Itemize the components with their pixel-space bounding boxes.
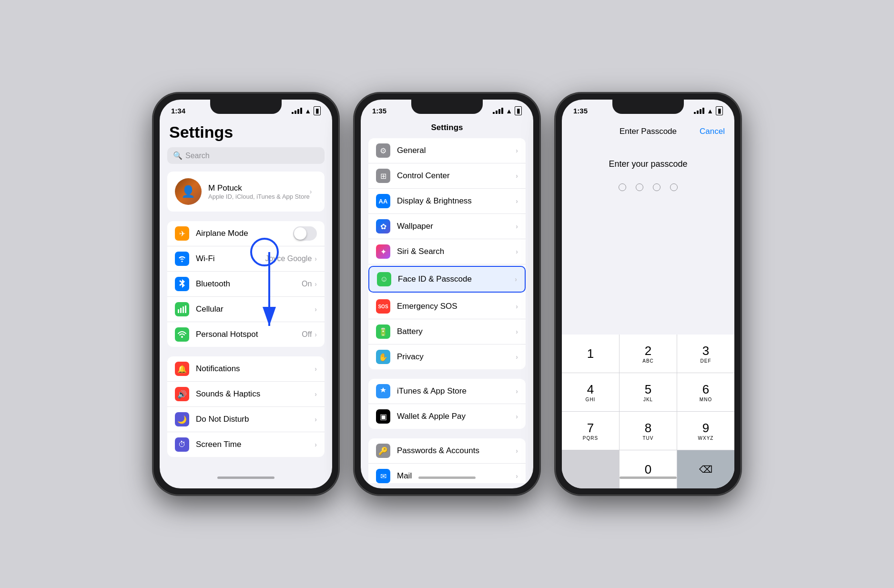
notifications-icon: 🔔 (175, 362, 189, 376)
airplane-toggle[interactable] (293, 226, 317, 241)
status-icons-3: ▲ ▮ (694, 106, 723, 115)
search-bar-1[interactable]: 🔍 Search (167, 147, 325, 164)
screentime-row[interactable]: ⏱ Screen Time › (167, 432, 325, 457)
cellular-row[interactable]: Cellular › (167, 297, 325, 322)
controlcenter-row[interactable]: ⊞ Control Center › (368, 163, 526, 189)
general-label: General (397, 146, 516, 155)
mail-icon: ✉ (376, 469, 390, 483)
battery-row[interactable]: 🔋 Battery › (368, 319, 526, 345)
signal-icon-3 (694, 108, 704, 114)
phone-1-screen: 1:34 ▲ ▮ Settings 🔍 Search (160, 100, 332, 488)
key-3[interactable]: 3 DEF (677, 335, 734, 373)
phone-1: 1:34 ▲ ▮ Settings 🔍 Search (153, 93, 339, 495)
siri-label: Siri & Search (397, 247, 516, 256)
cellular-icon (175, 302, 189, 316)
time-1: 1:34 (171, 107, 185, 115)
profile-row[interactable]: 👤 M Potuck Apple ID, iCloud, iTunes & Ap… (167, 172, 325, 212)
svg-rect-3 (185, 305, 186, 313)
appstore-label: iTunes & App Store (397, 386, 516, 396)
screentime-chevron: › (315, 441, 317, 448)
key-0[interactable]: 0 (620, 450, 677, 488)
bluetooth-label: Bluetooth (196, 279, 302, 289)
settings-screen-1[interactable]: Settings 🔍 Search 👤 M Potuck Apple ID, i… (160, 119, 332, 483)
page-title-1: Settings (160, 119, 332, 147)
wifi-chevron: › (315, 255, 317, 263)
siri-row[interactable]: ✦ Siri & Search › (368, 239, 526, 264)
battery-icon-3: ▮ (716, 106, 723, 115)
wallet-label: Wallet & Apple Pay (397, 412, 516, 421)
wallet-chevron: › (516, 413, 518, 420)
cancel-button[interactable]: Cancel (696, 127, 725, 136)
bluetooth-chevron: › (315, 280, 317, 288)
hotspot-row[interactable]: Personal Hotspot Off › (167, 322, 325, 347)
wallet-row[interactable]: ▣ Wallet & Apple Pay › (368, 404, 526, 429)
wallpaper-chevron: › (516, 223, 518, 230)
search-icon: 🔍 (173, 151, 183, 160)
search-placeholder: Search (185, 152, 210, 160)
mail-chevron: › (516, 472, 518, 480)
emergencysos-chevron: › (516, 303, 518, 310)
faceid-chevron: › (515, 275, 517, 283)
dnd-label: Do Not Disturb (196, 415, 315, 424)
mail-row[interactable]: ✉ Mail › (368, 464, 526, 483)
svg-rect-0 (178, 309, 179, 313)
dnd-icon: 🌙 (175, 412, 189, 426)
notifications-row[interactable]: 🔔 Notifications › (167, 356, 325, 382)
privacy-icon: ✋ (376, 350, 390, 364)
profile-chevron: › (310, 188, 312, 195)
phone-3-screen: 1:35 ▲ ▮ Enter Passcode Cancel Enter you… (562, 100, 734, 488)
sounds-row[interactable]: 🔊 Sounds & Haptics › (167, 382, 325, 407)
key-1[interactable]: 1 (562, 335, 619, 373)
time-3: 1:35 (573, 107, 588, 115)
privacy-chevron: › (516, 353, 518, 361)
appstore-chevron: › (516, 387, 518, 395)
emergencysos-icon: SOS (376, 299, 390, 314)
general-icon: ⚙ (376, 143, 390, 158)
notch-3 (612, 100, 684, 114)
avatar: 👤 (175, 178, 202, 205)
privacy-row[interactable]: ✋ Privacy › (368, 345, 526, 369)
passwords-row[interactable]: 🔑 Passwords & Accounts › (368, 438, 526, 464)
profile-group: 👤 M Potuck Apple ID, iCloud, iTunes & Ap… (167, 172, 325, 212)
dot-1 (619, 183, 626, 191)
key-4[interactable]: 4 GHI (562, 373, 619, 411)
wifi-icon: ▲ (305, 107, 311, 115)
display-icon: AA (376, 194, 390, 208)
bluetooth-row[interactable]: Bluetooth On › (167, 272, 325, 297)
airplane-mode-row[interactable]: ✈ Airplane Mode (167, 221, 325, 246)
airplane-label: Airplane Mode (196, 229, 293, 238)
toggle-knob (294, 227, 306, 240)
emergencysos-row[interactable]: SOS Emergency SOS › (368, 294, 526, 319)
wifi-row[interactable]: Wi-Fi Joyce Google › (167, 246, 325, 272)
home-indicator-2 (418, 476, 476, 479)
airplane-icon: ✈ (175, 226, 189, 241)
wifi-settings-icon (175, 252, 189, 266)
key-6[interactable]: 6 MNO (677, 373, 734, 411)
wifi-value: Joyce Google (265, 254, 312, 263)
siri-icon: ✦ (376, 244, 390, 259)
profile-name: M Potuck (208, 183, 310, 193)
settings-group-2b: iTunes & App Store › ▣ Wallet & Apple Pa… (368, 379, 526, 429)
phone-2: 1:35 ▲ ▮ Settings ⚙ General › (354, 93, 540, 495)
settings-screen-2[interactable]: Settings ⚙ General › ⊞ Control Center › … (361, 119, 533, 483)
key-8[interactable]: 8 TUV (620, 412, 677, 450)
display-row[interactable]: AA Display & Brightness › (368, 189, 526, 214)
numpad: 1 2 ABC 3 DEF 4 GHI 5 JKL 6 MNO (562, 335, 734, 488)
wallpaper-row[interactable]: ✿ Wallpaper › (368, 214, 526, 239)
controlcenter-icon: ⊞ (376, 169, 390, 183)
signal-icon (292, 108, 302, 114)
dnd-row[interactable]: 🌙 Do Not Disturb › (167, 407, 325, 432)
privacy-label: Privacy (397, 352, 516, 362)
key-2[interactable]: 2 ABC (620, 335, 677, 373)
general-row[interactable]: ⚙ General › (368, 138, 526, 163)
appstore-row[interactable]: iTunes & App Store › (368, 379, 526, 404)
general-chevron: › (516, 147, 518, 154)
battery-chevron: › (516, 328, 518, 335)
faceid-row[interactable]: ☺ Face ID & Passcode › (368, 266, 526, 293)
key-7[interactable]: 7 PQRS (562, 412, 619, 450)
key-delete[interactable]: ⌫ (677, 450, 734, 488)
key-9[interactable]: 9 WXYZ (677, 412, 734, 450)
wallpaper-icon: ✿ (376, 219, 390, 233)
key-5[interactable]: 5 JKL (620, 373, 677, 411)
notification-group: 🔔 Notifications › 🔊 Sounds & Haptics › 🌙… (167, 356, 325, 457)
